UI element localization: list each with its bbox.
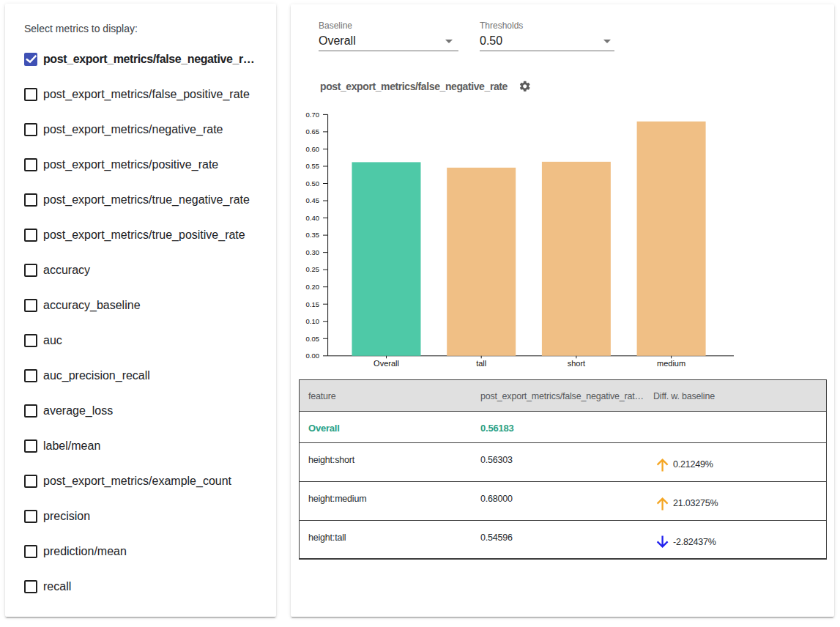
- svg-text:0.35: 0.35: [306, 231, 320, 239]
- svg-text:0.15: 0.15: [306, 300, 320, 308]
- svg-text:short: short: [568, 359, 585, 368]
- svg-text:0.10: 0.10: [306, 317, 320, 325]
- svg-text:0.70: 0.70: [306, 111, 320, 119]
- svg-text:0.65: 0.65: [306, 127, 320, 136]
- svg-text:0.50: 0.50: [306, 179, 320, 188]
- svg-text:0.25: 0.25: [306, 265, 320, 273]
- svg-text:0.60: 0.60: [306, 145, 320, 153]
- svg-text:Overall: Overall: [373, 359, 399, 368]
- svg-text:0.20: 0.20: [306, 283, 320, 291]
- svg-text:medium: medium: [657, 359, 685, 368]
- svg-text:0.05: 0.05: [306, 335, 320, 343]
- svg-text:0.30: 0.30: [306, 248, 320, 256]
- svg-text:0.55: 0.55: [306, 162, 320, 170]
- svg-text:tall: tall: [476, 359, 486, 368]
- svg-text:0.00: 0.00: [306, 352, 320, 360]
- svg-text:0.45: 0.45: [306, 196, 320, 204]
- svg-text:0.40: 0.40: [306, 214, 320, 222]
